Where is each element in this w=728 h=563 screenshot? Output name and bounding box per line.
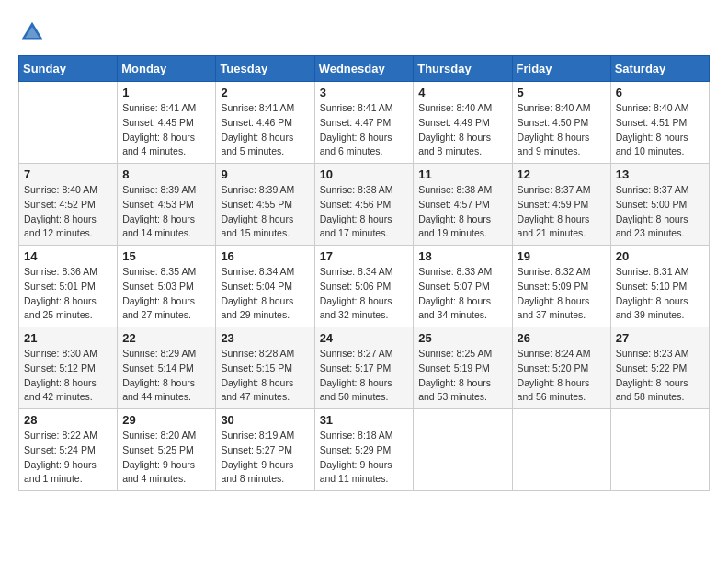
day-number: 15: [122, 249, 210, 263]
day-number: 26: [518, 331, 606, 345]
day-number: 6: [616, 86, 704, 99]
day-number: 3: [320, 86, 409, 99]
calendar-week-row: 21Sunrise: 8:30 AMSunset: 5:12 PMDayligh…: [19, 327, 710, 409]
calendar-day-cell: 16Sunrise: 8:34 AMSunset: 5:04 PMDayligh…: [216, 246, 314, 327]
day-number: 1: [122, 86, 210, 99]
calendar-day-cell: 18Sunrise: 8:33 AMSunset: 5:07 PMDayligh…: [414, 246, 512, 327]
logo: [18, 18, 50, 46]
calendar-day-cell: 3Sunrise: 8:41 AMSunset: 4:47 PMDaylight…: [314, 82, 414, 164]
logo-icon: [18, 18, 46, 46]
calendar-week-row: 14Sunrise: 8:36 AMSunset: 5:01 PMDayligh…: [19, 246, 710, 327]
day-number: 18: [418, 249, 506, 263]
calendar-day-cell: [610, 409, 709, 491]
day-info: Sunrise: 8:25 AMSunset: 5:19 PMDaylight:…: [418, 347, 506, 405]
calendar-day-cell: 15Sunrise: 8:35 AMSunset: 5:03 PMDayligh…: [118, 246, 216, 327]
day-info: Sunrise: 8:34 AMSunset: 5:06 PMDaylight:…: [320, 265, 409, 323]
day-info: Sunrise: 8:39 AMSunset: 4:55 PMDaylight:…: [221, 183, 309, 241]
calendar-day-cell: 7Sunrise: 8:40 AMSunset: 4:52 PMDaylight…: [19, 164, 118, 246]
calendar-day-cell: 28Sunrise: 8:22 AMSunset: 5:24 PMDayligh…: [19, 409, 118, 491]
day-number: 14: [24, 249, 112, 263]
calendar-day-cell: 12Sunrise: 8:37 AMSunset: 4:59 PMDayligh…: [512, 164, 610, 246]
day-info: Sunrise: 8:36 AMSunset: 5:01 PMDaylight:…: [24, 265, 112, 323]
calendar-day-cell: 5Sunrise: 8:40 AMSunset: 4:50 PMDaylight…: [512, 82, 610, 164]
day-info: Sunrise: 8:22 AMSunset: 5:24 PMDaylight:…: [24, 429, 112, 487]
day-number: 7: [24, 167, 112, 181]
calendar-day-cell: 21Sunrise: 8:30 AMSunset: 5:12 PMDayligh…: [19, 327, 118, 409]
day-number: 29: [122, 413, 210, 427]
day-number: 28: [24, 413, 112, 427]
day-number: 11: [418, 167, 506, 181]
day-info: Sunrise: 8:41 AMSunset: 4:47 PMDaylight:…: [320, 101, 409, 159]
day-number: 4: [418, 86, 506, 99]
calendar-day-cell: 20Sunrise: 8:31 AMSunset: 5:10 PMDayligh…: [610, 246, 709, 327]
day-number: 8: [122, 167, 210, 181]
calendar-day-cell: 31Sunrise: 8:18 AMSunset: 5:29 PMDayligh…: [314, 409, 414, 491]
day-info: Sunrise: 8:32 AMSunset: 5:09 PMDaylight:…: [518, 265, 606, 323]
day-info: Sunrise: 8:38 AMSunset: 4:57 PMDaylight:…: [418, 183, 506, 241]
day-info: Sunrise: 8:23 AMSunset: 5:22 PMDaylight:…: [616, 347, 704, 405]
calendar-day-cell: 23Sunrise: 8:28 AMSunset: 5:15 PMDayligh…: [216, 327, 314, 409]
day-info: Sunrise: 8:18 AMSunset: 5:29 PMDaylight:…: [320, 429, 409, 487]
calendar-day-cell: 4Sunrise: 8:40 AMSunset: 4:49 PMDaylight…: [414, 82, 512, 164]
calendar-header-row: SundayMondayTuesdayWednesdayThursdayFrid…: [19, 56, 710, 82]
calendar-day-cell: 10Sunrise: 8:38 AMSunset: 4:56 PMDayligh…: [314, 164, 414, 246]
calendar-day-cell: 30Sunrise: 8:19 AMSunset: 5:27 PMDayligh…: [216, 409, 314, 491]
day-info: Sunrise: 8:41 AMSunset: 4:45 PMDaylight:…: [122, 101, 210, 159]
day-info: Sunrise: 8:37 AMSunset: 4:59 PMDaylight:…: [518, 183, 606, 241]
weekday-header: Thursday: [414, 56, 512, 82]
calendar-day-cell: 6Sunrise: 8:40 AMSunset: 4:51 PMDaylight…: [610, 82, 709, 164]
day-info: Sunrise: 8:38 AMSunset: 4:56 PMDaylight:…: [320, 183, 409, 241]
day-number: 12: [518, 167, 606, 181]
weekday-header: Friday: [512, 56, 610, 82]
day-number: 25: [418, 331, 506, 345]
calendar-day-cell: 14Sunrise: 8:36 AMSunset: 5:01 PMDayligh…: [19, 246, 118, 327]
day-info: Sunrise: 8:33 AMSunset: 5:07 PMDaylight:…: [418, 265, 506, 323]
calendar-week-row: 28Sunrise: 8:22 AMSunset: 5:24 PMDayligh…: [19, 409, 710, 491]
day-info: Sunrise: 8:27 AMSunset: 5:17 PMDaylight:…: [320, 347, 409, 405]
day-number: 22: [122, 331, 210, 345]
calendar-day-cell: 19Sunrise: 8:32 AMSunset: 5:09 PMDayligh…: [512, 246, 610, 327]
calendar-day-cell: 24Sunrise: 8:27 AMSunset: 5:17 PMDayligh…: [314, 327, 414, 409]
weekday-header: Monday: [118, 56, 216, 82]
day-number: 16: [221, 249, 309, 263]
calendar-day-cell: 29Sunrise: 8:20 AMSunset: 5:25 PMDayligh…: [118, 409, 216, 491]
calendar-day-cell: 27Sunrise: 8:23 AMSunset: 5:22 PMDayligh…: [610, 327, 709, 409]
day-info: Sunrise: 8:24 AMSunset: 5:20 PMDaylight:…: [518, 347, 606, 405]
day-info: Sunrise: 8:30 AMSunset: 5:12 PMDaylight:…: [24, 347, 112, 405]
calendar-day-cell: [19, 82, 118, 164]
calendar-table: SundayMondayTuesdayWednesdayThursdayFrid…: [18, 55, 710, 491]
calendar-day-cell: 9Sunrise: 8:39 AMSunset: 4:55 PMDaylight…: [216, 164, 314, 246]
day-info: Sunrise: 8:40 AMSunset: 4:51 PMDaylight:…: [616, 101, 704, 159]
calendar-day-cell: [414, 409, 512, 491]
day-info: Sunrise: 8:40 AMSunset: 4:50 PMDaylight:…: [518, 101, 606, 159]
day-number: 17: [320, 249, 409, 263]
calendar-day-cell: 2Sunrise: 8:41 AMSunset: 4:46 PMDaylight…: [216, 82, 314, 164]
page-header: [18, 18, 710, 46]
day-info: Sunrise: 8:19 AMSunset: 5:27 PMDaylight:…: [221, 429, 309, 487]
day-number: 24: [320, 331, 409, 345]
calendar-day-cell: 22Sunrise: 8:29 AMSunset: 5:14 PMDayligh…: [118, 327, 216, 409]
day-info: Sunrise: 8:37 AMSunset: 5:00 PMDaylight:…: [616, 183, 704, 241]
day-number: 13: [616, 167, 704, 181]
calendar-day-cell: 26Sunrise: 8:24 AMSunset: 5:20 PMDayligh…: [512, 327, 610, 409]
day-number: 10: [320, 167, 409, 181]
calendar-week-row: 7Sunrise: 8:40 AMSunset: 4:52 PMDaylight…: [19, 164, 710, 246]
calendar-day-cell: 8Sunrise: 8:39 AMSunset: 4:53 PMDaylight…: [118, 164, 216, 246]
weekday-header: Sunday: [19, 56, 118, 82]
weekday-header: Wednesday: [314, 56, 414, 82]
day-number: 23: [221, 331, 309, 345]
day-info: Sunrise: 8:39 AMSunset: 4:53 PMDaylight:…: [122, 183, 210, 241]
day-number: 31: [320, 413, 409, 427]
day-number: 5: [518, 86, 606, 99]
calendar-day-cell: 25Sunrise: 8:25 AMSunset: 5:19 PMDayligh…: [414, 327, 512, 409]
day-number: 20: [616, 249, 704, 263]
day-number: 27: [616, 331, 704, 345]
calendar-day-cell: [512, 409, 610, 491]
calendar-day-cell: 13Sunrise: 8:37 AMSunset: 5:00 PMDayligh…: [610, 164, 709, 246]
day-info: Sunrise: 8:31 AMSunset: 5:10 PMDaylight:…: [616, 265, 704, 323]
calendar-day-cell: 11Sunrise: 8:38 AMSunset: 4:57 PMDayligh…: [414, 164, 512, 246]
day-info: Sunrise: 8:41 AMSunset: 4:46 PMDaylight:…: [221, 101, 309, 159]
day-info: Sunrise: 8:40 AMSunset: 4:52 PMDaylight:…: [24, 183, 112, 241]
weekday-header: Saturday: [610, 56, 709, 82]
calendar-week-row: 1Sunrise: 8:41 AMSunset: 4:45 PMDaylight…: [19, 82, 710, 164]
